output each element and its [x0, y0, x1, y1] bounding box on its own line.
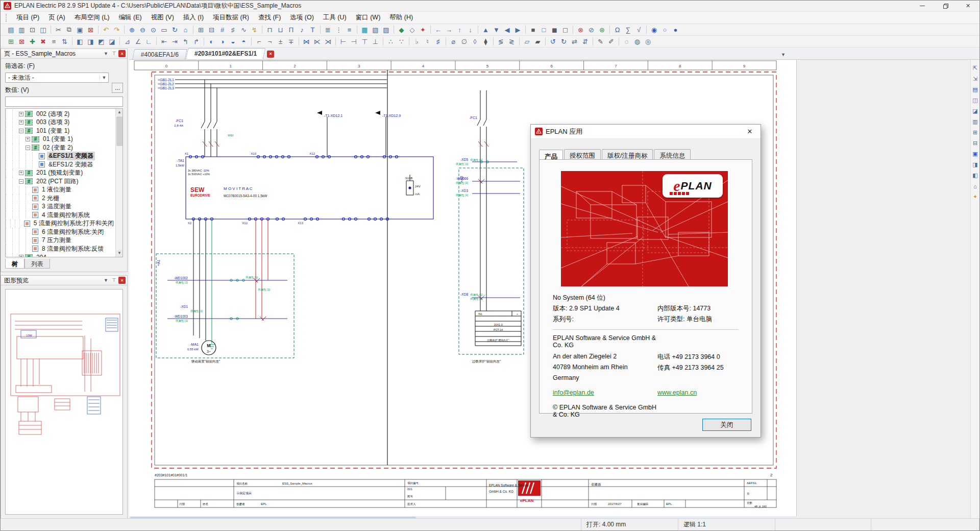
- toolbar-icon[interactable]: ◪: [971, 106, 979, 116]
- tree-scrollbar[interactable]: ▲ ▼: [115, 109, 122, 257]
- preview-canvas[interactable]: 10W: [5, 289, 123, 515]
- toolbar-icon[interactable]: ▤: [6, 25, 16, 35]
- toolbar-icon[interactable]: ▤: [971, 84, 979, 95]
- toolbar-icon[interactable]: ⌂: [971, 181, 979, 191]
- toolbar-icon[interactable]: ✎: [595, 36, 606, 46]
- tree-item[interactable]: +#201 (预规划变量): [6, 169, 115, 178]
- toolbar-icon[interactable]: ⇵: [580, 36, 591, 46]
- restore-button[interactable]: [934, 1, 957, 12]
- toolbar-icon[interactable]: ↰: [180, 36, 191, 46]
- toolbar-icon[interactable]: ▭: [159, 25, 169, 35]
- toolbar-icon[interactable]: ◫: [971, 95, 979, 106]
- toolbar-icon[interactable]: ◓: [238, 36, 249, 46]
- toolbar-icon[interactable]: ▦: [359, 25, 370, 35]
- tree-item[interactable]: +#204: [6, 253, 115, 257]
- toolbar-icon[interactable]: ±: [275, 36, 286, 46]
- toolbar-icon[interactable]: ∓: [286, 36, 297, 46]
- toolbar-icon[interactable]: ✐: [606, 36, 617, 46]
- toolbar-icon[interactable]: ▨: [381, 25, 391, 35]
- toolbar-icon[interactable]: ↑: [454, 25, 465, 35]
- filter-combobox[interactable]: - 未激活 - ▼: [5, 73, 109, 83]
- toolbar-icon[interactable]: ■: [528, 25, 538, 35]
- toolbar-icon[interactable]: ○: [659, 25, 670, 35]
- toolbar-icon[interactable]: ⌐: [254, 36, 264, 46]
- scroll-thumb[interactable]: [116, 116, 122, 146]
- menu-item[interactable]: 窗口 (W): [351, 12, 385, 22]
- toolbar-icon[interactable]: ♭: [411, 36, 422, 46]
- toolbar-icon[interactable]: ⊛: [597, 25, 607, 35]
- toolbar-icon[interactable]: ↱: [191, 36, 202, 46]
- toolbar-icon[interactable]: ◩: [96, 36, 107, 46]
- tree-item[interactable]: &EFS1/1 变频器: [6, 152, 115, 161]
- toolbar-icon[interactable]: ◧: [971, 170, 979, 181]
- toolbar-icon[interactable]: ▣: [75, 25, 85, 35]
- menu-item[interactable]: 工具 (U): [318, 12, 351, 22]
- toolbar-icon[interactable]: ●: [670, 25, 681, 35]
- minimize-button[interactable]: [911, 1, 934, 12]
- tree-expander-icon[interactable]: +: [19, 112, 23, 116]
- toolbar-icon[interactable]: →: [444, 25, 454, 35]
- toolbar-icon[interactable]: ↶: [101, 25, 111, 35]
- toolbar-icon[interactable]: ⌀: [448, 36, 459, 46]
- scroll-up-icon[interactable]: ▲: [116, 109, 123, 116]
- toolbar-icon[interactable]: ∟: [143, 36, 154, 46]
- menu-item[interactable]: 布局空间 (L): [70, 12, 114, 22]
- tree-item[interactable]: 3 温度测量: [6, 203, 115, 211]
- toolbar-icon[interactable]: ✖: [38, 36, 48, 46]
- panel-close-icon[interactable]: ✕: [118, 50, 126, 57]
- panel-pin-icon[interactable]: ⊤: [110, 50, 118, 57]
- toolbar-icon[interactable]: ⋉: [312, 36, 323, 46]
- tree-item[interactable]: +#003 (选项 3): [6, 118, 115, 127]
- toolbar-icon[interactable]: ⊘: [586, 25, 597, 35]
- toolbar-icon[interactable]: ⊞: [971, 127, 979, 138]
- toolbar-icon[interactable]: ◉: [649, 25, 659, 35]
- toolbar-icon[interactable]: □: [538, 25, 549, 35]
- menu-item[interactable]: 页 (A): [44, 12, 70, 22]
- toolbar-icon[interactable]: ⇄: [569, 36, 580, 46]
- panel-close-icon[interactable]: ✕: [118, 277, 126, 284]
- menu-item[interactable]: 视图 (V): [146, 12, 179, 22]
- toolbar-icon[interactable]: ▣: [971, 149, 979, 159]
- toolbar-icon[interactable]: Ω: [612, 25, 623, 35]
- toolbar-icon[interactable]: ⊞: [195, 25, 206, 35]
- toolbar-icon[interactable]: ⧫: [480, 36, 491, 46]
- tree-expander-icon[interactable]: −: [19, 179, 23, 184]
- filter-more-button[interactable]: ...: [112, 83, 123, 93]
- toolbar-icon[interactable]: T: [307, 25, 318, 35]
- toolbar-icon[interactable]: ⊡: [27, 25, 38, 35]
- panel-tab-树[interactable]: 树: [5, 259, 24, 269]
- page-tab[interactable]: #400&EFA1/6: [132, 49, 187, 59]
- toolbar-icon[interactable]: ▲: [480, 25, 491, 35]
- toolbar-icon[interactable]: √: [633, 25, 644, 35]
- toolbar-icon[interactable]: Π: [286, 25, 297, 35]
- tree-item[interactable]: 5 流量阀控制系统:打开和关闭: [6, 220, 115, 228]
- toolbar-icon[interactable]: ⇥: [169, 36, 180, 46]
- toolbar-icon[interactable]: ◫: [38, 25, 48, 35]
- panel-dropdown-icon[interactable]: ▼: [102, 277, 110, 284]
- toolbar-icon[interactable]: ⊗: [575, 25, 586, 35]
- toolbar-icon[interactable]: ⇱: [971, 63, 979, 74]
- toolbar-icon[interactable]: ◍: [632, 36, 643, 46]
- tree-item[interactable]: +#01 (变量 1): [6, 135, 115, 144]
- menu-item[interactable]: 选项 (O): [285, 12, 318, 22]
- toolbar-icon[interactable]: ⊟: [971, 138, 979, 149]
- menu-item[interactable]: 帮助 (H): [385, 12, 418, 22]
- toolbar-icon[interactable]: ∑: [623, 25, 633, 35]
- toolbar-icon[interactable]: ⊠: [16, 36, 27, 46]
- toolbar-icon[interactable]: ∠: [133, 36, 143, 46]
- toolbar-icon[interactable]: ▧: [370, 25, 381, 35]
- tree-item[interactable]: 6 流量阀控制系统:关闭: [6, 228, 115, 236]
- tree-expander-icon[interactable]: −: [26, 146, 30, 150]
- toolbar-icon[interactable]: ⧉: [64, 25, 75, 35]
- toolbar-icon[interactable]: ⊠: [85, 25, 96, 35]
- toolbar-icon[interactable]: ↯: [249, 25, 260, 35]
- panel-dropdown-icon[interactable]: ▼: [102, 50, 110, 57]
- panel-pin-icon[interactable]: ⊤: [110, 277, 118, 284]
- toolbar-icon[interactable]: ¬: [264, 36, 275, 46]
- toolbar-icon[interactable]: ◀: [502, 25, 512, 35]
- toolbar-icon[interactable]: ⋈: [301, 36, 312, 46]
- toolbar-icon[interactable]: ≡: [344, 25, 355, 35]
- close-page-tab-icon[interactable]: ✕: [267, 51, 274, 58]
- tree-expander-icon[interactable]: +: [19, 255, 23, 257]
- toolbar-icon[interactable]: ∅: [459, 36, 470, 46]
